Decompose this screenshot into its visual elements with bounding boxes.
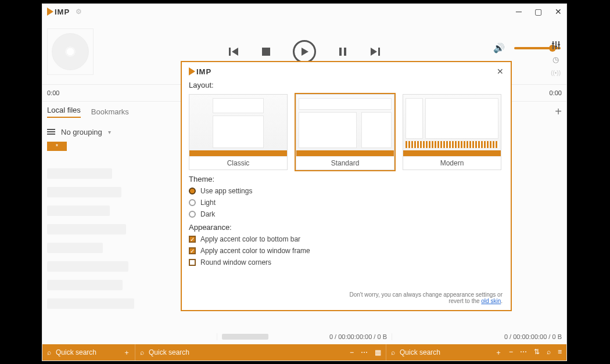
mini-seg-right: 0 / 00:00:00:00 / 0 B: [392, 333, 566, 340]
bottombar-seg-1: ⌕ Quick search ＋: [42, 344, 135, 361]
stats-right: 0 / 00:00:00:00 / 0 B: [504, 333, 562, 340]
list-item: [47, 261, 128, 272]
bottom-bar: ⌕ Quick search ＋ ⌕ Quick search − ⋯ ▦ ⌕ …: [42, 344, 566, 361]
svg-rect-7: [378, 48, 380, 56]
dialog-hint: Don't worry, you can always change appea…: [340, 291, 503, 304]
stats-mid: 0 / 00:00:00:00 / 0 B: [329, 333, 387, 340]
radio-icon: [189, 188, 196, 194]
radio-icon[interactable]: ((•)): [551, 70, 561, 76]
search-button[interactable]: ⌕: [547, 348, 551, 358]
list-item: [47, 280, 123, 290]
svg-marker-3: [302, 48, 308, 56]
checkbox-icon: ✓: [189, 236, 196, 243]
layout-option-modern[interactable]: Modern: [403, 94, 501, 170]
grouping-label[interactable]: No grouping: [61, 128, 102, 136]
list-item: [47, 206, 110, 216]
theme-label: Theme:: [189, 175, 504, 183]
svg-rect-4: [339, 48, 342, 56]
layout-caption: Modern: [403, 156, 501, 170]
chevron-down-icon[interactable]: ▾: [108, 129, 111, 135]
prev-button[interactable]: [229, 47, 239, 56]
search-input-2[interactable]: Quick search: [149, 348, 189, 356]
list-item: [47, 187, 121, 197]
add-button[interactable]: ＋: [123, 348, 130, 358]
svg-rect-8: [552, 41, 554, 49]
search-input-3[interactable]: Quick search: [400, 348, 440, 356]
appearance-label: Appearance:: [189, 223, 504, 232]
old-skin-link[interactable]: old skin: [481, 298, 501, 304]
pause-button[interactable]: [338, 47, 347, 56]
dialog-header: IMP ✕: [189, 67, 504, 76]
filter-chip-star[interactable]: *: [47, 142, 67, 151]
check-round-corners[interactable]: Round window corners: [189, 258, 504, 266]
search-icon[interactable]: ⌕: [391, 348, 395, 356]
gear-icon[interactable]: ⚙: [76, 8, 82, 16]
layout-caption: Classic: [189, 156, 287, 170]
dialog-logo: IMP: [189, 67, 211, 76]
checkbox-icon: ✓: [189, 247, 196, 254]
appearance-options: ✓Apply accent color to bottom bar ✓Apply…: [189, 235, 504, 266]
tab-bookmarks[interactable]: Bookmarks: [91, 107, 129, 116]
speaker-icon[interactable]: 🔊: [493, 42, 505, 53]
radio-icon: [189, 199, 196, 206]
tab-local-files[interactable]: Local files: [47, 106, 81, 118]
svg-rect-0: [229, 48, 231, 56]
clock-icon[interactable]: ◷: [552, 55, 559, 64]
theme-option-light[interactable]: Light: [189, 199, 504, 207]
svg-marker-6: [371, 48, 377, 56]
more-button[interactable]: ⋯: [361, 348, 368, 356]
minimize-button[interactable]: ─: [516, 7, 522, 16]
layout-option-classic[interactable]: Classic: [189, 94, 288, 170]
check-accent-bottom[interactable]: ✓Apply accent color to bottom bar: [189, 235, 504, 243]
play-button[interactable]: [293, 40, 316, 63]
grouping-icon[interactable]: [47, 128, 55, 136]
scroll-thumb[interactable]: [222, 334, 268, 340]
stop-button[interactable]: [261, 47, 271, 56]
logo-text: IMP: [196, 67, 211, 76]
time-total: 0:00: [550, 89, 562, 96]
app-logo: IMP: [47, 8, 70, 16]
svg-rect-13: [558, 44, 560, 45]
close-button[interactable]: ✕: [555, 7, 562, 16]
svg-marker-1: [232, 48, 238, 56]
search-icon[interactable]: ⌕: [140, 348, 144, 356]
search-input-1[interactable]: Quick search: [56, 348, 96, 356]
list-item: [47, 168, 112, 179]
list-item: [47, 243, 103, 253]
appearance-dialog: IMP ✕ Layout: Classic: [181, 61, 512, 311]
maximize-button[interactable]: ▢: [534, 7, 542, 16]
logo-icon: [47, 8, 53, 16]
more-button[interactable]: ⋯: [520, 348, 527, 358]
logo-text: IMP: [55, 8, 70, 16]
menu-icon[interactable]: ≡: [558, 348, 562, 358]
list-item: [47, 224, 126, 235]
sort-icon[interactable]: ⇅: [534, 348, 540, 358]
radio-icon: [189, 211, 196, 218]
svg-rect-2: [262, 48, 270, 56]
grid-view-icon[interactable]: ▦: [375, 348, 381, 356]
remove-button[interactable]: −: [350, 348, 354, 356]
theme-options: Use app settings Light Dark: [189, 187, 504, 218]
add-tab-button[interactable]: +: [555, 105, 562, 118]
time-elapsed: 0:00: [47, 89, 59, 96]
mini-statusbar: 0 / 00:00:00:00 / 0 B 0 / 00:00:00:00 / …: [42, 329, 566, 344]
add-button[interactable]: ＋: [495, 348, 502, 358]
svg-rect-11: [552, 43, 554, 44]
titlebar: IMP ⚙ ─ ▢ ✕: [42, 4, 566, 19]
theme-option-dark[interactable]: Dark: [189, 210, 504, 218]
check-accent-frame[interactable]: ✓Apply accent color to window frame: [189, 247, 504, 255]
search-icon[interactable]: ⌕: [47, 348, 51, 356]
dialog-close-button[interactable]: ✕: [497, 67, 504, 76]
list-item: [47, 298, 134, 309]
remove-button[interactable]: −: [509, 348, 513, 358]
layout-options: Classic Standard Modern: [189, 94, 504, 170]
checkbox-icon: [189, 259, 196, 266]
layout-option-standard[interactable]: Standard: [296, 94, 394, 170]
svg-rect-9: [555, 41, 557, 49]
theme-option-app[interactable]: Use app settings: [189, 187, 504, 195]
next-button[interactable]: [369, 47, 380, 56]
side-icons: ◷ ((•)): [551, 41, 561, 76]
equalizer-icon[interactable]: [552, 41, 560, 49]
album-art[interactable]: [47, 28, 94, 75]
transport-controls: [229, 40, 380, 63]
